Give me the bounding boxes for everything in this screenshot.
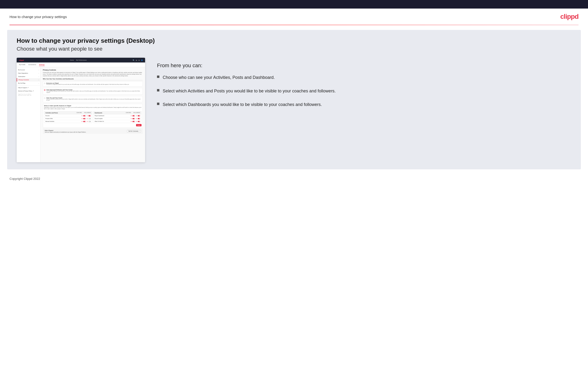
radio-approved-circle (44, 89, 45, 91)
workOn-follower-toggle[interactable]: ON (136, 121, 140, 122)
radio-only-you[interactable]: Only You and Your Coach Only you and the… (43, 96, 143, 103)
save-btn-container: Save (44, 124, 141, 126)
row-rounds: Rounds ON ON (44, 114, 92, 117)
dashboards-label: Dashboards (95, 112, 102, 114)
bullet-text-1: Choose who can see your Activities, Post… (163, 74, 275, 81)
save-button[interactable]: Save (136, 124, 141, 126)
app-panel: Privacy Controls Control how you and you… (40, 67, 145, 162)
from-here-heading: From here you can: (157, 62, 569, 69)
rounds-follower-switch[interactable] (88, 115, 91, 117)
sidebar-item-privacy-policy[interactable]: Service & Privacy Policy ↗ (17, 89, 40, 93)
toggle-section: Activities and Posts COACHES FOLLOWERS R… (44, 111, 141, 123)
bullet-item-2: Select which Activities and Posts you wo… (157, 88, 569, 94)
sidebar-item-privacy-controls[interactable]: Privacy Controls› (17, 78, 40, 82)
radio-everyone-circle (44, 83, 45, 84)
workOn-coach-switch[interactable] (132, 121, 135, 122)
app-topnav: clippd Home My Performance 🔍 ⊞ ⚙ 👤 (17, 58, 145, 62)
insights-follower-toggle[interactable]: ON (136, 118, 140, 119)
right-panel: From here you can: Choose who can see yo… (155, 58, 571, 120)
rounds-coach-toggle[interactable]: ON (81, 115, 86, 117)
manual-coach-switch[interactable] (83, 121, 86, 122)
content-layout: clippd Home My Performance 🔍 ⊞ ⚙ 👤 My Pr… (17, 58, 571, 162)
activities-table: Activities and Posts COACHES FOLLOWERS R… (44, 111, 92, 123)
sidebar-item-help-support[interactable]: Help & Support ↗ (17, 86, 40, 89)
drills-follower-toggle[interactable]: ON (86, 118, 91, 119)
search-icon[interactable]: 🔍 (133, 59, 134, 61)
rounds-coach-switch[interactable] (83, 115, 86, 117)
followers-col-label: FOLLOWERS (84, 112, 91, 113)
nav-home[interactable]: Home (70, 59, 74, 61)
show-hide-desc: Regardless of the privacy controls that … (44, 107, 141, 110)
activities-label: Activities and Posts (45, 112, 58, 114)
bullet-text-2: Select which Activities and Posts you wo… (163, 88, 336, 94)
show-hide-title: Show or hide specific features in Clippd (44, 105, 141, 106)
help-text: Help & Support Visit our Clippd communit… (45, 130, 86, 133)
nav-my-performance[interactable]: My Performance (76, 59, 86, 61)
radio-only-you-circle (44, 97, 45, 99)
manual-follower-switch[interactable] (88, 121, 91, 122)
sidebar-divider (17, 85, 40, 85)
dash-followers-col: FOLLOWERS (133, 112, 140, 113)
radio-approved-content: Only Approved Followers and Your Coach O… (46, 89, 141, 93)
app-sidebar: My Account› Data Integrations› Subscript… (17, 67, 40, 162)
row-player-dashboard: Player Dashboard ON ON (94, 114, 141, 117)
visit-community-button[interactable]: Visit Our Community ↗ (127, 130, 141, 133)
help-title: Help & Support (45, 130, 86, 131)
dashboards-columns: COACHES FOLLOWERS (126, 112, 140, 113)
manual-follower-toggle[interactable]: ON (86, 121, 91, 122)
version-info: Clippd Client Version: 2022.8.2 SQL Serv… (17, 93, 40, 97)
settings-icon[interactable]: ⚙ (138, 59, 140, 61)
main-content: How to change your privacy settings (Des… (7, 30, 581, 169)
bullet-item-1: Choose who can see your Activities, Post… (157, 74, 569, 81)
insights-coach-switch[interactable] (132, 118, 135, 119)
help-desc: Visit our Clippd community to troublesho… (45, 131, 86, 133)
bullet-list: Choose who can see your Activities, Post… (157, 74, 569, 108)
player-coach-switch[interactable] (132, 115, 135, 117)
app-body: My Account› Data Integrations› Subscript… (17, 67, 145, 162)
activities-table-header: Activities and Posts COACHES FOLLOWERS (44, 111, 92, 114)
header-title: How to change your privacy settings (9, 15, 67, 19)
player-coach-toggle[interactable]: ON (130, 115, 135, 117)
top-bar (0, 0, 588, 8)
drills-follower-switch[interactable] (88, 118, 91, 119)
insights-coach-toggle[interactable]: ON (130, 118, 135, 119)
avatar-icon[interactable]: 👤 (141, 59, 143, 61)
player-follower-toggle[interactable]: ON (136, 115, 140, 117)
help-section: Help & Support Visit our Clippd communit… (43, 128, 143, 134)
drills-coach-toggle[interactable]: ON (81, 118, 86, 119)
row-what-to-work-on: What To Work On ON ON (94, 120, 141, 123)
dashboards-table-header: Dashboards COACHES FOLLOWERS (94, 111, 141, 114)
footer-text: Copyright Clippd 2022 (9, 177, 40, 181)
show-hide-section: Show or hide specific features in Clippd… (43, 104, 143, 128)
subnav-settings[interactable]: Settings (39, 63, 45, 66)
dash-coaches-col: COACHES (126, 112, 131, 113)
dashboards-table: Dashboards COACHES FOLLOWERS Player Dash… (93, 111, 141, 123)
screenshot-container: clippd Home My Performance 🔍 ⊞ ⚙ 👤 My Pr… (17, 58, 145, 162)
rounds-follower-toggle[interactable]: ON (86, 115, 91, 117)
drills-coach-switch[interactable] (83, 118, 86, 119)
radio-everyone-content: Everyone on Clippd Everyone on Clippd ca… (46, 83, 129, 85)
header-divider (9, 25, 579, 25)
grid-icon[interactable]: ⊞ (136, 59, 137, 61)
radio-everyone[interactable]: Everyone on Clippd Everyone on Clippd ca… (43, 81, 143, 86)
bullet-square-1 (157, 75, 159, 78)
radio-approved[interactable]: Only Approved Followers and Your Coach O… (43, 88, 143, 94)
bullet-square-3 (157, 103, 159, 105)
sidebar-item-account[interactable]: My Account› (17, 68, 40, 72)
activities-columns: COACHES FOLLOWERS (76, 112, 91, 113)
subnav-connections[interactable]: Connections (28, 63, 36, 66)
panel-title: Privacy Controls (43, 69, 143, 71)
sidebar-item-my-golf-bag[interactable]: My Golf Bag› (17, 82, 40, 85)
player-follower-switch[interactable] (138, 115, 140, 117)
who-can-see-title: Who Can See Your Activities and Dashboar… (43, 78, 143, 80)
page-heading: How to change your privacy settings (Des… (17, 37, 571, 44)
app-nav-logo: clippd (19, 59, 24, 61)
sidebar-item-data-integrations[interactable]: Data Integrations› (17, 72, 40, 75)
subnav-myprofile[interactable]: My Profile (19, 63, 26, 66)
insights-follower-switch[interactable] (138, 118, 140, 119)
sidebar-item-subscription[interactable]: Subscription› (17, 75, 40, 78)
workOn-coach-toggle[interactable]: ON (130, 121, 135, 122)
app-topnav-icons: 🔍 ⊞ ⚙ 👤 (133, 59, 143, 61)
manual-coach-toggle[interactable]: ON (81, 121, 86, 122)
workOn-follower-switch[interactable] (138, 121, 140, 122)
